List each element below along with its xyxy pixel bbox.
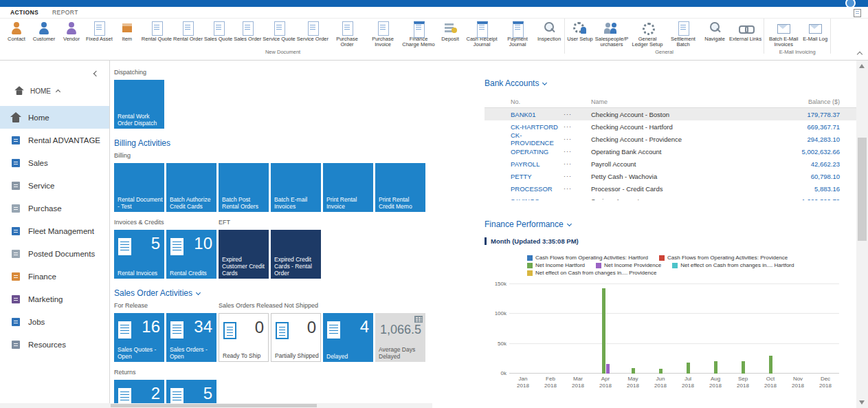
row-actions-button[interactable]: ··· xyxy=(564,111,591,118)
ribbon-button-contact[interactable]: Contact xyxy=(3,19,30,48)
table-row[interactable]: SAVINGS···Savings Account1,020,320.79 xyxy=(485,195,856,200)
ribbon-button-deposit[interactable]: Deposit xyxy=(436,19,464,48)
legend-item[interactable]: Net effect on Cash from changes in.... H… xyxy=(672,262,794,268)
table-row[interactable]: CK-PROVIDENCE···Checking Account - Provi… xyxy=(485,133,856,145)
tile-rental-invoices[interactable]: 5Rental Invoices xyxy=(114,230,164,279)
ribbon-button-external-links[interactable]: External Links xyxy=(728,19,762,48)
chart-bar[interactable] xyxy=(714,361,717,374)
tile-delayed[interactable]: 4Delayed xyxy=(323,313,373,362)
sidebar-item-purchase[interactable]: Purchase xyxy=(0,197,109,219)
report-page-icon[interactable] xyxy=(854,9,861,17)
ribbon-button-navigate[interactable]: Navigate xyxy=(701,19,728,48)
home-menu[interactable]: HOME xyxy=(14,85,76,96)
tile-sales-orders-open[interactable]: 34Sales Orders - Open xyxy=(166,313,216,362)
tile-expired-credit-cards-rental-order[interactable]: Expired Credit Cards - Rental Order xyxy=(271,230,321,279)
tile-value-2[interactable]: 2 xyxy=(114,380,164,403)
ribbon-button-settlement-batch[interactable]: Settlement Batch xyxy=(665,19,701,48)
chart-bar[interactable] xyxy=(687,363,690,374)
sidebar-item-service[interactable]: Service xyxy=(0,174,109,197)
ribbon-button-rental-quote[interactable]: Rental Quote xyxy=(141,19,173,48)
ribbon-button-purchase-order[interactable]: Purchase Order xyxy=(329,19,365,48)
legend-item[interactable]: Cash Flows from Operating Activities: Pr… xyxy=(659,255,788,261)
chart-bar[interactable] xyxy=(602,288,605,374)
row-actions-button[interactable]: ··· xyxy=(564,173,591,180)
vertical-scrollbar-thumb[interactable] xyxy=(858,138,867,241)
ribbon-button-item[interactable]: Item xyxy=(113,19,141,48)
tile-print-rental-invoice[interactable]: Print Rental Invoice xyxy=(323,163,373,212)
tile-partially-shipped[interactable]: 0Partially Shipped xyxy=(271,313,321,362)
legend-item[interactable]: Net Income Providence xyxy=(596,262,661,268)
sidebar-item-rental-advantage[interactable]: Rental ADVANTAGE xyxy=(0,129,109,151)
row-actions-button[interactable]: ··· xyxy=(564,197,591,200)
tile-rental-document-test[interactable]: Rental Document - Test xyxy=(114,163,164,212)
bank-accounts-heading[interactable]: Bank Accounts xyxy=(485,78,856,88)
table-row[interactable]: PAYROLL···Payroll Account42,662.23 xyxy=(485,158,856,170)
sidebar-item-resources[interactable]: Resources xyxy=(0,333,109,356)
bank-account-no[interactable]: SAVINGS xyxy=(485,197,564,201)
table-row[interactable]: OPERATING···Operating Bank Account5,002,… xyxy=(485,145,856,158)
row-actions-button[interactable]: ··· xyxy=(564,123,591,130)
chart-bar[interactable] xyxy=(606,364,610,374)
ribbon-button-cash-receipt-journal[interactable]: Cash Receipt Journal xyxy=(464,19,500,48)
table-row[interactable]: BANK01···Checking Account - Boston179,77… xyxy=(485,108,856,120)
column-balance[interactable]: Balance ($) xyxy=(774,98,856,105)
legend-item[interactable]: Cash Flows from Operating Activities: Ha… xyxy=(527,255,648,261)
tile-value-5[interactable]: 5 xyxy=(166,380,216,403)
sidebar-item-home[interactable]: Home xyxy=(0,106,109,129)
ribbon-button-general-ledger-setup[interactable]: General Ledger Setup xyxy=(630,19,665,48)
ribbon-button-batch-e-mail-invoices[interactable]: Batch E-Mail Invoices xyxy=(766,19,801,48)
column-no[interactable]: No. xyxy=(485,98,564,105)
scroll-down-icon[interactable] xyxy=(859,400,865,405)
bank-account-no[interactable]: PROCESSOR xyxy=(485,185,564,193)
ribbon-button-salespeople-purchasers[interactable]: Salespeople/Purchasers xyxy=(594,19,630,48)
bank-account-no[interactable]: OPERATING xyxy=(485,148,564,155)
tile-rental-credits[interactable]: 10Rental Credits xyxy=(166,230,216,279)
table-row[interactable]: PETTY···Petty Cash - Wachovia60,798.10 xyxy=(485,170,856,182)
horizontal-scrollbar[interactable] xyxy=(0,403,432,408)
bank-account-no[interactable]: PETTY xyxy=(485,173,564,180)
sidebar-item-posted-documents[interactable]: Posted Documents xyxy=(0,242,109,265)
tile-print-rental-credit-memo[interactable]: Print Rental Credit Memo xyxy=(375,163,425,212)
ribbon-button-payment-journal[interactable]: Payment Journal xyxy=(500,19,535,48)
tile-batch-authorize-credit-cards[interactable]: Batch Authorize Credit Cards xyxy=(166,163,216,212)
section-heading[interactable]: Sales Order Activities xyxy=(114,288,485,298)
sidebar-item-finance[interactable]: Finance xyxy=(0,265,109,288)
bank-account-no[interactable]: CK-PROVIDENCE xyxy=(485,131,564,147)
horizontal-scrollbar-thumb[interactable] xyxy=(111,404,317,407)
sidebar-item-fleet-management[interactable]: Fleet Management xyxy=(0,219,109,242)
chart-bar[interactable] xyxy=(769,356,772,374)
bank-account-no[interactable]: BANK01 xyxy=(485,111,564,118)
sidebar-item-marketing[interactable]: Marketing xyxy=(0,288,109,310)
sidebar-item-jobs[interactable]: Jobs xyxy=(0,310,109,333)
vertical-scrollbar[interactable] xyxy=(856,61,868,408)
tile-batch-post-rental-orders[interactable]: Batch Post Rental Orders xyxy=(219,163,269,212)
row-actions-button[interactable]: ··· xyxy=(564,160,591,167)
tile-batch-e-mail-invoices[interactable]: Batch E-mail Invoices xyxy=(271,163,321,212)
column-name[interactable]: Name xyxy=(591,98,774,105)
ribbon-button-purchase-invoice[interactable]: Purchase Invoice xyxy=(365,19,401,48)
ribbon-button-inspection[interactable]: Inspection xyxy=(535,19,563,48)
table-row[interactable]: PROCESSOR···Processor - Credit Cards5,88… xyxy=(485,182,856,195)
chart-bar[interactable] xyxy=(742,361,745,374)
ribbon-tab-actions[interactable]: ACTIONS xyxy=(4,8,45,17)
section-heading[interactable]: Billing Activities xyxy=(114,138,485,148)
ribbon-button-finance-charge-memo[interactable]: Finance Charge Memo xyxy=(401,19,436,48)
ribbon-button-fixed-asset[interactable]: Fixed Asset xyxy=(85,19,113,48)
row-actions-button[interactable]: ··· xyxy=(564,148,591,155)
ribbon-button-service-quote[interactable]: Service Quote xyxy=(262,19,296,48)
legend-item[interactable]: Net Income Hartford xyxy=(527,262,585,268)
ribbon-button-vendor[interactable]: Vendor xyxy=(58,19,85,48)
legend-item[interactable]: Net effect on Cash from changes in.... P… xyxy=(527,270,656,276)
chart-bar[interactable] xyxy=(632,368,635,374)
row-actions-button[interactable]: ··· xyxy=(564,136,591,142)
chart-period-label[interactable]: Month (Updated 3:35:08 PM) xyxy=(485,237,579,245)
tile-expired-customer-credit-cards[interactable]: Expired Customer Credit Cards xyxy=(219,230,269,279)
tile-sales-quotes-open[interactable]: 16Sales Quotes - Open xyxy=(114,313,164,362)
sidebar-item-sales[interactable]: Sales xyxy=(0,151,109,174)
finance-performance-heading[interactable]: Finance Performance xyxy=(485,219,856,229)
tile-average-days-delayed[interactable]: 1,066.5Average Days Delayed xyxy=(375,313,425,362)
scroll-up-icon[interactable] xyxy=(859,64,865,68)
ribbon-button-rental-order[interactable]: Rental Order xyxy=(173,19,203,48)
ribbon-tab-report[interactable]: REPORT xyxy=(46,8,85,17)
ribbon-button-sales-order[interactable]: Sales Order xyxy=(233,19,262,48)
